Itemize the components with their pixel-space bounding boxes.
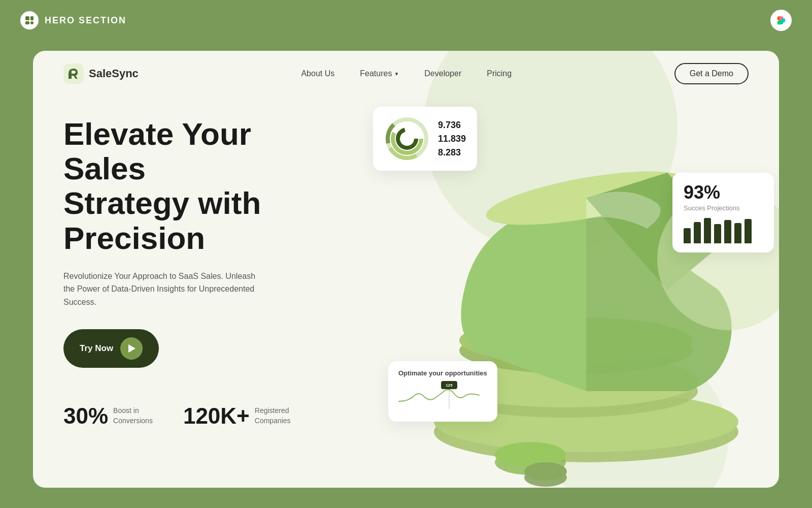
bar-label: Succes Projections xyxy=(684,204,763,212)
stat-companies-label: Registered Companies xyxy=(255,406,291,426)
try-now-row: Try Now xyxy=(63,329,266,368)
card-donut: 9.736 11.839 8.283 xyxy=(373,107,477,171)
line-chart-svg: 125 xyxy=(398,381,480,411)
navbar: SaleSync About Us Features ▼ Developer P… xyxy=(33,51,779,97)
stats-row: 30% Boost in Conversions 120K+ Registere… xyxy=(63,403,266,429)
donut-val-1: 9.736 xyxy=(438,120,466,131)
stat-conversions-number: 30% xyxy=(63,403,108,429)
bar-item xyxy=(694,222,701,243)
hero-subtitle: Revolutionize Your Approach to SaaS Sale… xyxy=(63,270,266,309)
nav-developer[interactable]: Developer xyxy=(424,69,461,78)
bars-chart xyxy=(684,218,763,243)
bar-item xyxy=(724,220,731,243)
features-chevron-icon: ▼ xyxy=(394,71,399,77)
donut-chart-svg xyxy=(384,116,430,162)
try-now-button[interactable]: Try Now xyxy=(63,329,159,368)
bar-item xyxy=(734,223,741,243)
figma-icon[interactable] xyxy=(770,10,792,31)
donut-val-3: 8.283 xyxy=(438,147,466,158)
stat-companies-number: 120K+ xyxy=(183,403,250,429)
svg-rect-0 xyxy=(25,16,29,20)
hero-title: Elevate Your Sales Strategy with Precisi… xyxy=(63,117,266,256)
get-demo-button[interactable]: Get a Demo xyxy=(674,63,749,84)
bar-item xyxy=(745,219,752,243)
bar-percent: 93% xyxy=(684,182,763,203)
stat-companies: 120K+ Registered Companies xyxy=(183,403,291,429)
bar-item xyxy=(714,224,721,243)
svg-point-3 xyxy=(30,21,33,24)
top-bar: HERO SECTION xyxy=(0,0,812,41)
top-bar-left: HERO SECTION xyxy=(20,11,126,29)
nav-pricing[interactable]: Pricing xyxy=(487,69,512,78)
nav-features[interactable]: Features ▼ xyxy=(360,69,399,78)
logo-area: SaleSync xyxy=(63,64,139,84)
card-line: Optimate your opportunities 125 xyxy=(388,361,497,422)
svg-rect-2 xyxy=(30,16,33,20)
top-bar-title: HERO SECTION xyxy=(45,15,126,26)
line-card-title: Optimate your opportunities xyxy=(398,369,487,377)
svg-point-18 xyxy=(524,462,567,481)
viz-area: 9.736 11.839 8.283 93% Succes Projection… xyxy=(373,91,779,488)
nav-about[interactable]: About Us xyxy=(301,69,334,78)
donut-val-2: 11.839 xyxy=(438,134,466,144)
svg-text:125: 125 xyxy=(446,383,453,388)
hero-content: Elevate Your Sales Strategy with Precisi… xyxy=(33,97,297,449)
logo-icon xyxy=(63,64,84,84)
stat-conversions-label: Boost in Conversions xyxy=(113,406,153,426)
play-icon xyxy=(120,337,143,360)
card-bar: 93% Succes Projections xyxy=(672,173,774,252)
nav-links: About Us Features ▼ Developer Pricing xyxy=(301,69,512,78)
bar-item xyxy=(684,228,691,243)
donut-values: 9.736 11.839 8.283 xyxy=(438,120,466,158)
stat-conversions: 30% Boost in Conversions xyxy=(63,403,153,429)
svg-rect-1 xyxy=(25,21,29,24)
logo-text: SaleSync xyxy=(89,67,139,80)
bar-item xyxy=(704,218,711,243)
svg-point-23 xyxy=(402,134,412,144)
main-card: SaleSync About Us Features ▼ Developer P… xyxy=(33,51,779,488)
play-triangle xyxy=(128,344,136,353)
top-bar-logo-icon xyxy=(20,11,39,29)
